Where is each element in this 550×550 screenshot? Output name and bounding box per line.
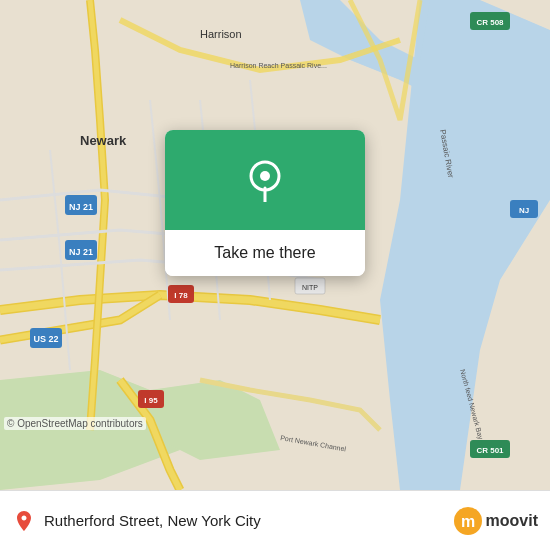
location-pin-icon bbox=[243, 158, 287, 202]
map-container: NJ 21 NJ 21 US 22 I 78 I 95 NITP CR 508 … bbox=[0, 0, 550, 490]
svg-point-28 bbox=[260, 171, 270, 181]
moovit-m-icon: m bbox=[454, 507, 482, 535]
svg-text:m: m bbox=[460, 513, 474, 530]
svg-text:Newark: Newark bbox=[80, 133, 127, 148]
moovit-logo: m moovit bbox=[454, 507, 538, 535]
svg-text:NJ: NJ bbox=[519, 206, 529, 215]
popup-card: Take me there bbox=[165, 130, 365, 276]
take-me-there-button[interactable]: Take me there bbox=[165, 230, 365, 276]
svg-text:NITP: NITP bbox=[302, 284, 318, 291]
svg-text:NJ 21: NJ 21 bbox=[69, 202, 93, 212]
moovit-brand-text: moovit bbox=[486, 512, 538, 530]
popup-green-area bbox=[165, 130, 365, 230]
svg-text:CR 501: CR 501 bbox=[476, 446, 504, 455]
location-text: Rutherford Street, New York City bbox=[44, 512, 454, 529]
svg-text:I 78: I 78 bbox=[174, 291, 188, 300]
map-attribution: © OpenStreetMap contributors bbox=[4, 417, 146, 430]
svg-text:Harrison Reach Passaic Rive...: Harrison Reach Passaic Rive... bbox=[230, 62, 327, 69]
svg-text:NJ 21: NJ 21 bbox=[69, 247, 93, 257]
svg-text:Harrison: Harrison bbox=[200, 28, 242, 40]
bottom-bar-pin-icon bbox=[12, 509, 36, 533]
svg-text:I 95: I 95 bbox=[144, 396, 158, 405]
bottom-bar: Rutherford Street, New York City m moovi… bbox=[0, 490, 550, 550]
svg-text:US 22: US 22 bbox=[33, 334, 58, 344]
svg-text:CR 508: CR 508 bbox=[476, 18, 504, 27]
